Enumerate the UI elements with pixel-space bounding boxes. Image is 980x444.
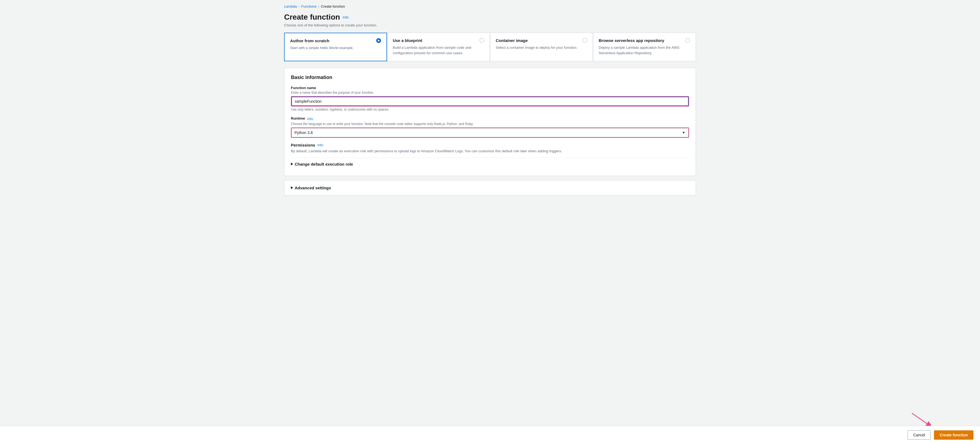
breadcrumb-lambda[interactable]: Lambda [284,4,297,8]
page-info-link[interactable]: Info [343,15,348,19]
runtime-select-wrapper: Python 3.8 Node.js 18.x Node.js 16.x Pyt… [291,128,689,137]
change-execution-role-label: Change default execution role [295,162,353,166]
option-card-use-blueprint[interactable]: Use a blueprint Build a Lambda applicati… [387,33,490,61]
option-card-container-image[interactable]: Container image Select a container image… [490,33,593,61]
function-name-input[interactable] [291,97,689,106]
change-execution-role-row[interactable]: Change default execution role [291,158,689,170]
breadcrumb-sep-2: › [318,5,319,8]
permissions-info-link[interactable]: Info [317,143,323,147]
function-name-hint: Enter a name that describes the purpose … [291,91,689,94]
cancel-button[interactable]: Cancel [908,430,931,440]
option-card-header-0: Author from scratch [290,38,381,43]
breadcrumb-sep-1: › [299,5,300,8]
advanced-expand-icon [291,186,293,189]
breadcrumb-current: Create function [321,4,345,8]
option-card-title-2: Container image [496,38,528,43]
runtime-info-link[interactable]: Info [307,117,313,121]
option-card-header-1: Use a blueprint [393,38,484,43]
arrow-annotation [909,411,931,428]
option-card-title-1: Use a blueprint [393,38,422,43]
function-name-field: Function name Enter a name that describe… [291,86,689,111]
runtime-label: Runtime [291,116,305,120]
option-card-title-3: Browse serverless app repository [599,38,664,43]
breadcrumb: Lambda › Functions › Create function [284,4,696,8]
option-card-desc-3: Deploy a sample Lambda application from … [599,45,690,56]
permissions-title-row: Permissions Info [291,143,689,147]
create-function-button[interactable]: Create function [934,430,974,440]
option-card-desc-0: Start with a simple Hello World example. [290,45,381,51]
option-card-title-0: Author from scratch [290,38,329,43]
function-name-pink-outline [291,96,689,107]
page-title-row: Create function Info [284,13,696,22]
breadcrumb-functions[interactable]: Functions [301,4,317,8]
radio-browse-serverless[interactable] [685,38,690,43]
function-name-label: Function name [291,86,689,90]
expand-icon [291,162,293,166]
runtime-hint: Choose the language to use to write your… [291,122,689,126]
permissions-title: Permissions [291,143,315,147]
radio-use-blueprint[interactable] [479,38,484,43]
arrow-svg [909,411,931,427]
page-subtitle: Choose one of the following options to c… [284,23,696,27]
option-card-browse-serverless[interactable]: Browse serverless app repository Deploy … [593,33,696,61]
option-card-header-2: Container image [496,38,587,43]
advanced-settings-row[interactable]: Advanced settings [291,181,689,195]
page-title: Create function [284,13,340,22]
permissions-desc: By default, Lambda will create an execut… [291,148,689,154]
option-card-desc-2: Select a container image to deploy for y… [496,45,587,50]
runtime-field: Runtime Info Choose the language to use … [291,116,689,138]
runtime-pink-outline: Python 3.8 Node.js 18.x Node.js 16.x Pyt… [291,127,689,138]
runtime-label-row: Runtime Info [291,116,689,121]
bottom-bar: Cancel Create function [0,426,980,444]
permissions-section: Permissions Info By default, Lambda will… [291,143,689,154]
runtime-select[interactable]: Python 3.8 Node.js 18.x Node.js 16.x Pyt… [291,128,689,137]
basic-info-title: Basic information [291,75,689,80]
advanced-settings-section: Advanced settings [284,180,696,195]
radio-container-image[interactable] [582,38,587,43]
advanced-settings-label: Advanced settings [295,186,331,190]
option-cards-container: Author from scratch Start with a simple … [284,33,696,61]
function-name-note: Use only letters, numbers, hyphens, or u… [291,108,689,111]
option-card-author-from-scratch[interactable]: Author from scratch Start with a simple … [284,33,387,61]
radio-author-from-scratch[interactable] [376,38,381,43]
basic-info-section: Basic information Function name Enter a … [284,68,696,176]
option-card-desc-1: Build a Lambda application from sample c… [393,45,484,56]
option-card-header-3: Browse serverless app repository [599,38,690,43]
svg-line-1 [912,413,927,423]
